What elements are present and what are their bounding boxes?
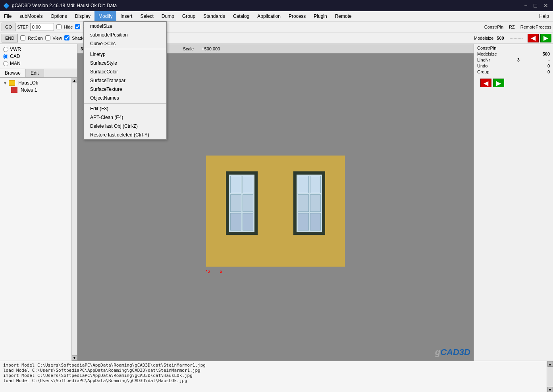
- rz-label: RZ: [509, 25, 515, 29]
- go-button[interactable]: GO: [2, 23, 15, 31]
- window-right-inner: [297, 175, 322, 232]
- titlebar-controls[interactable]: − □ ✕: [522, 2, 550, 9]
- view-checkbox[interactable]: [45, 35, 50, 40]
- radio-cad-input[interactable]: [3, 54, 8, 59]
- left-panel: VWR CAD MAN Browse Edit ▼ HausLOk: [0, 44, 77, 361]
- menu-insert[interactable]: Insert: [116, 11, 136, 21]
- menu-application[interactable]: Application: [253, 11, 285, 21]
- radio-vwr[interactable]: VWR: [3, 46, 74, 52]
- menu-item-linetyp[interactable]: Linetyp: [84, 50, 166, 59]
- menu-file[interactable]: File: [0, 11, 15, 21]
- 3d-checkbox[interactable]: [75, 24, 80, 29]
- tree-label-notes1: Notes 1: [21, 87, 37, 93]
- radio-cad[interactable]: CAD: [3, 54, 74, 59]
- log-line-1: import Model C:\Users\SoftpediaPC\AppDat…: [3, 363, 543, 368]
- linenr-val: 3: [517, 58, 520, 62]
- menubar: File subModels Options Display Modify In…: [0, 11, 553, 21]
- menu-help[interactable]: Help: [535, 11, 553, 21]
- modelsize-key: Modelsize: [477, 52, 497, 56]
- model-size-val: 500: [497, 36, 504, 40]
- menu-item-surfacecolor[interactable]: SurfaceColor: [84, 67, 166, 76]
- menu-catalog[interactable]: Catalog: [229, 11, 253, 21]
- tree-item-notes1[interactable]: Notes 1: [10, 86, 70, 94]
- undo-nav: ◀ ▶: [477, 77, 550, 89]
- toolbar-area: GO STEP Hide 3D View Top Front Side Axo …: [0, 21, 553, 44]
- menu-item-modelsize[interactable]: modelSize: [84, 22, 166, 31]
- modelsize-val: 500: [543, 52, 550, 56]
- menu-divider-2: [84, 103, 166, 104]
- menu-submodels[interactable]: subModels: [15, 11, 46, 21]
- menu-item-curve-circ[interactable]: Curve->Circ: [84, 39, 166, 48]
- toolbar-row1: GO STEP Hide 3D View Top Front Side Axo …: [0, 21, 553, 33]
- info-linenr: LineNr 3 -: [477, 58, 550, 62]
- rot-cen-label: RotCen: [28, 36, 42, 40]
- pane-r4: [310, 194, 321, 212]
- shade-checkbox[interactable]: [64, 35, 69, 40]
- brand-cad3d: CAD3D: [440, 347, 470, 357]
- menu-item-surfacestyle[interactable]: SurfaceStyle: [84, 59, 166, 67]
- pane-2: [243, 176, 254, 193]
- bottom-area: import Model C:\Users\SoftpediaPC\AppDat…: [0, 361, 553, 392]
- constrpln-key: ConstrPln: [477, 46, 496, 50]
- close-button[interactable]: ✕: [542, 2, 550, 9]
- pane-3: [230, 194, 241, 212]
- log-scroll-up[interactable]: ▲: [547, 361, 553, 367]
- radio-man-input[interactable]: [3, 61, 8, 66]
- menu-standards[interactable]: Standards: [199, 11, 229, 21]
- tree-scroll-up[interactable]: ▲: [72, 78, 77, 83]
- menu-modify[interactable]: Modify: [94, 11, 116, 21]
- coord-origin-dot: [206, 270, 207, 271]
- menu-item-apt-clean[interactable]: APT-Clean (F4): [84, 113, 166, 122]
- hide-checkbox[interactable]: [56, 24, 62, 29]
- info-undo: Undo 0: [477, 63, 550, 68]
- maximize-button[interactable]: □: [532, 2, 539, 9]
- tab-browse[interactable]: Browse: [0, 69, 26, 77]
- menu-display[interactable]: Display: [71, 11, 94, 21]
- pane-1: [230, 176, 241, 193]
- log-line-2: load Model C:\Users\SoftpediaPC\AppData\…: [3, 368, 543, 373]
- menu-plugin[interactable]: Plugin: [310, 11, 331, 21]
- step-input[interactable]: [30, 23, 54, 31]
- titlebar-text: gCAD3D Version 2.46.18 Mdl: HausLOk Dir:…: [12, 3, 117, 8]
- menu-group[interactable]: Group: [178, 11, 199, 21]
- scale-label: Scale: [183, 46, 194, 51]
- radio-group: VWR CAD MAN: [0, 44, 77, 69]
- menu-item-restore-last[interactable]: Restore last deleted (Ctrl-Y): [84, 131, 166, 139]
- building-scene: z x: [206, 156, 345, 267]
- undo-val: 0: [547, 63, 550, 68]
- constr-pln-label: ConstrPln: [484, 25, 503, 29]
- menu-remote[interactable]: Remote: [331, 11, 356, 21]
- radio-cad-label: CAD: [10, 54, 20, 59]
- menu-item-edit[interactable]: Edit (F3): [84, 104, 166, 113]
- shade-label: Shade: [72, 36, 85, 40]
- menu-options[interactable]: Options: [46, 11, 71, 21]
- menu-item-surfacetexture[interactable]: SurfaceTexture: [84, 85, 166, 94]
- end-button[interactable]: END: [2, 34, 18, 42]
- undo-fwd-button[interactable]: ▶: [493, 79, 504, 87]
- menu-item-surfacetranspar[interactable]: SurfaceTranspar: [84, 76, 166, 85]
- model-size-key: Modelsize: [474, 36, 494, 40]
- rot-cen-checkbox[interactable]: [20, 35, 25, 40]
- menu-process[interactable]: Process: [285, 11, 310, 21]
- radio-vwr-input[interactable]: [3, 47, 8, 52]
- tree-scroll-track: [72, 83, 77, 355]
- menu-select[interactable]: Select: [136, 11, 157, 21]
- log-scroll-down[interactable]: ▼: [547, 387, 553, 392]
- menu-dump[interactable]: Dump: [158, 11, 178, 21]
- tree-scroll-down[interactable]: ▼: [72, 355, 77, 361]
- forward-nav-button[interactable]: ▶: [540, 34, 551, 42]
- brand-g: g: [435, 347, 440, 357]
- minimize-button[interactable]: −: [522, 2, 529, 9]
- tab-edit[interactable]: Edit: [26, 69, 44, 77]
- info-modelsize: Modelsize 500: [477, 52, 550, 56]
- menu-item-submodelposition[interactable]: submodelPosition: [84, 31, 166, 39]
- tree-item-hauslok[interactable]: ▼ HausLOk: [2, 79, 70, 86]
- radio-man-label: MAN: [10, 61, 21, 66]
- back-nav-button[interactable]: ◀: [528, 34, 539, 42]
- brand: gCAD3D: [435, 347, 470, 357]
- remote-process-label: RemoteProcess: [520, 25, 551, 29]
- menu-item-delete-last[interactable]: Delete last Obj (Ctrl-Z): [84, 122, 166, 131]
- menu-item-objectnames[interactable]: ObjectNames: [84, 94, 166, 102]
- undo-back-button[interactable]: ◀: [480, 79, 491, 87]
- radio-man[interactable]: MAN: [3, 61, 74, 66]
